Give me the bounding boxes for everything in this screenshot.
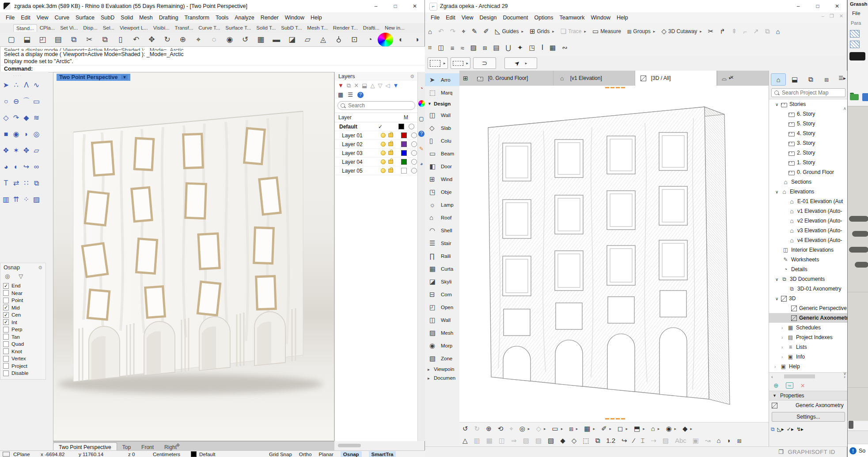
quick-options-icon[interactable]: ⧉	[771, 426, 775, 432]
gh-canvas[interactable]	[848, 106, 868, 421]
layer-color-swatch[interactable]	[401, 132, 407, 138]
arrow-tool-button[interactable]: ➤▸	[504, 57, 537, 69]
array-tool[interactable]: ∷	[21, 175, 31, 191]
osnap-disable[interactable]: Disable	[0, 370, 45, 377]
curve-edit-tool[interactable]: ↪	[21, 159, 31, 175]
curve-tool[interactable]: ∿	[31, 77, 42, 93]
rhino-toolbar-tab-surface-t[interactable]: Surface T...	[223, 24, 254, 31]
toolbox-mesh[interactable]: ▨Mesh	[425, 326, 459, 339]
model-view-icon[interactable]: ⬒▸	[631, 425, 648, 433]
color-tab-icon[interactable]	[418, 100, 425, 107]
status-toggle-grid-snap[interactable]: Grid Snap	[269, 452, 292, 457]
zoom-back-icon[interactable]: ↺	[459, 425, 471, 433]
tree-item-4-story[interactable]: 4. Story	[769, 128, 848, 138]
measure-button[interactable]: ▭Measure	[589, 27, 624, 35]
layer-material-icon[interactable]	[411, 168, 417, 174]
trace-handle-top[interactable]	[605, 87, 625, 88]
boolean-diff-tool[interactable]: ◐	[11, 159, 21, 175]
fav-dashed-icon[interactable]: ⬚	[580, 437, 592, 445]
navigator-search[interactable]	[771, 88, 845, 97]
arch-icon[interactable]: ⌂	[773, 28, 783, 35]
wand-toggle-icon[interactable]: ↯▸	[796, 426, 804, 432]
archicad-menu-window[interactable]: Window	[588, 13, 614, 22]
osnap-end[interactable]: ✓End	[0, 282, 45, 290]
rhino-toolbar-tab-viewport-l[interactable]: Viewport L...	[117, 24, 151, 31]
layers-gear-icon[interactable]: ⚙	[410, 74, 414, 79]
pen-set-icon[interactable]: ▦▸	[581, 425, 598, 433]
rhino-menu-analyze[interactable]: Analyze	[231, 13, 257, 22]
layer-row-layer-02[interactable]: Layer 02	[335, 140, 418, 149]
layer-lock-icon[interactable]	[388, 160, 393, 164]
render-icon[interactable]: ◔	[362, 33, 378, 47]
tree-item-details[interactable]: Details	[769, 264, 848, 274]
rhino-menu-render[interactable]: Render	[258, 13, 282, 22]
hatch3-icon[interactable]: ▧	[545, 437, 557, 445]
layout-book-icon[interactable]: ⧉	[804, 74, 818, 85]
osnap-cen[interactable]: ✓Cen	[0, 311, 45, 319]
add-view-icon[interactable]: ⊕	[773, 382, 779, 389]
layer-row-layer-01[interactable]: Layer 01	[335, 131, 418, 140]
layer-row-layer-03[interactable]: Layer 03	[335, 149, 418, 158]
tree-item-interior-elevations[interactable]: Interior Elevations	[769, 245, 848, 255]
layer-lock-icon[interactable]	[388, 151, 393, 155]
grids-button[interactable]: ⊞Grids▸	[527, 27, 557, 35]
status-toggle-planar[interactable]: Planar	[319, 452, 334, 457]
properties-icon[interactable]: ⧉	[66, 33, 81, 47]
polyline-tool[interactable]: Λ	[21, 77, 31, 93]
rhino-toolbar-tab-drafti[interactable]: Drafti...	[360, 24, 382, 31]
toolbox-slab[interactable]: ◇Slab	[425, 121, 459, 134]
zoom-in-icon[interactable]: ⊕	[483, 425, 495, 433]
toolbox-colu[interactable]: ▯Colu	[425, 134, 459, 147]
tree-item-generic-perspective[interactable]: Generic Perspective	[769, 303, 848, 313]
layer-visible-icon[interactable]	[381, 159, 386, 164]
text-tool[interactable]: T	[1, 175, 11, 191]
fills-icon[interactable]: ▨	[467, 44, 480, 52]
archicad-maximize-button[interactable]: □	[808, 0, 827, 12]
zoom-fwd-icon[interactable]: ↻	[471, 425, 483, 433]
profiles-icon[interactable]: Ⅰ	[538, 44, 546, 52]
linetypes-icon[interactable]: ▤	[490, 44, 502, 52]
ellipse-tool[interactable]: ⊖	[11, 93, 21, 110]
layer-lock-icon[interactable]	[388, 133, 393, 137]
tab-close-icon[interactable]: ✕	[730, 75, 734, 80]
new-sublayer-icon[interactable]: ⧉	[347, 82, 351, 89]
rhino-menu-curve[interactable]: Curve	[52, 13, 72, 22]
print-icon[interactable]: ▤	[50, 33, 66, 47]
brush-icon[interactable]: ✦	[514, 44, 526, 52]
osnap-near[interactable]: Near	[0, 290, 45, 297]
copy-grid-icon[interactable]: ⧈	[734, 437, 745, 445]
undo-view-icon[interactable]: ↺	[237, 33, 253, 47]
toolbox-door[interactable]: ◧Door	[425, 160, 459, 173]
navigator-search-input[interactable]	[781, 89, 842, 96]
layers-search-input[interactable]	[347, 102, 412, 109]
block-tool[interactable]: ⧉	[31, 175, 42, 191]
delete-view-icon[interactable]: ✕	[800, 382, 805, 389]
toolbox-obje[interactable]: ◳Obje	[425, 185, 459, 198]
schedules-icon[interactable]: ▦	[546, 44, 559, 52]
archicad-menu-help[interactable]: Help	[614, 13, 631, 22]
walk-icon[interactable]: ⌖	[506, 425, 516, 433]
surfaces-icon[interactable]: ≈	[457, 44, 467, 52]
toolbox-shell[interactable]: ◠Shell	[425, 224, 459, 237]
toolbox-lamp[interactable]: ☼Lamp	[425, 198, 459, 211]
rhino-toolbar-tab-solid-t[interactable]: Solid T...	[254, 24, 278, 31]
copy-tool[interactable]: ⇄	[11, 175, 21, 191]
rhino-toolbar-tab-new-in[interactable]: New in...	[382, 24, 407, 31]
layer-row-default[interactable]: Default✓	[335, 122, 418, 131]
tree-scroll-down-icon[interactable]: ∨	[843, 371, 846, 376]
spline-icon[interactable]: ↝	[702, 437, 714, 445]
dim-icon[interactable]: 1.2	[603, 437, 618, 444]
copy-icon[interactable]: ⧉	[97, 33, 113, 47]
mdi-close-icon[interactable]: ✕	[839, 13, 843, 19]
rhino-menu-window[interactable]: Window	[282, 13, 307, 22]
rhino-close-button[interactable]: ✕	[405, 0, 425, 12]
rhino-menu-file[interactable]: File	[3, 13, 18, 22]
color-wheel-icon[interactable]	[378, 33, 393, 47]
intersect-icon[interactable]: ⌐	[740, 28, 750, 35]
tree-item-info[interactable]: ›Info	[769, 352, 848, 362]
colonnade-icon[interactable]: ▥	[471, 437, 483, 445]
resize-icon[interactable]: ⧉	[762, 27, 773, 35]
tree-item-2-story[interactable]: 2. Story	[769, 148, 848, 158]
tree-item-lists[interactable]: ›Lists	[769, 342, 848, 352]
layer-color-swatch[interactable]	[401, 141, 407, 147]
